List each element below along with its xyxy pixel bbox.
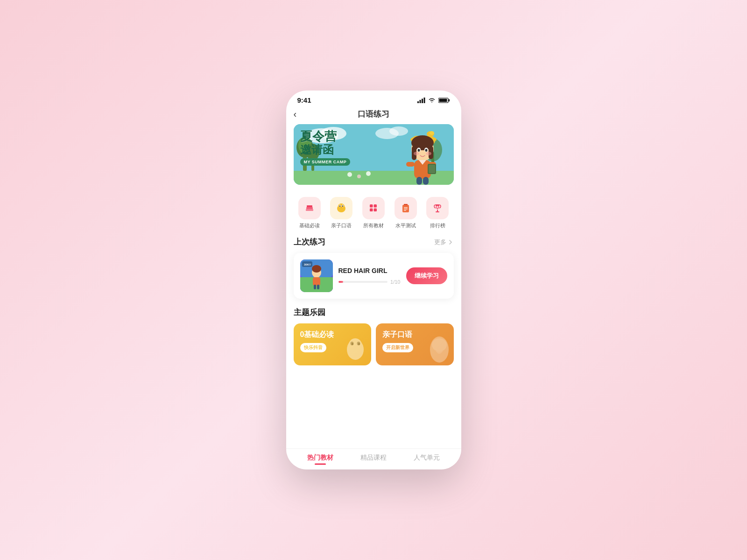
svg-rect-2 [422,98,423,103]
theme-cards: 0基础必读 快乐抖音 亲子口语 开启新世界 [294,323,454,365]
continue-button[interactable]: 继续学习 [406,267,447,284]
svg-text:30K!!: 30K!! [304,263,311,266]
svg-rect-44 [306,209,313,211]
svg-rect-38 [406,162,415,167]
level-test-icon [395,197,417,219]
theme-card-decoration-2 [425,333,451,364]
scroll-content: 夏令营 邀请函 MY SUMMER CAMP [286,124,461,448]
svg-point-51 [339,205,340,207]
progress-row: 1/10 [338,279,401,285]
battery-icon [438,98,450,103]
tab-hot-materials[interactable]: 热门教材 [294,454,347,463]
clipboard-icon [399,202,412,215]
theme-card-basic-btn[interactable]: 快乐抖音 [300,343,326,352]
parent-oral-icon [330,197,352,219]
banner-girl-illustration [393,126,449,185]
more-button[interactable]: 更多 [434,238,454,246]
practice-info: RED HAIR GIRL 1/10 [338,267,401,285]
theme-park-title: 主题乐园 [294,307,325,318]
svg-rect-64 [436,211,439,212]
book-title: RED HAIR GIRL [338,267,401,274]
theme-card-parent-oral[interactable]: 亲子口语 开启新世界 [376,323,454,365]
svg-rect-72 [313,277,320,286]
progress-bar-bg [338,281,388,283]
theme-card-parent-btn[interactable]: 开启新世界 [382,343,413,352]
theme-park-section: 主题乐园 0基础必读 快乐抖音 [294,307,454,365]
rankings-label: 排行榜 [430,222,445,229]
svg-rect-73 [314,285,316,289]
basic-reading-icon [298,197,321,219]
practice-bottom: RED HAIR GIRL 1/10 [338,267,401,285]
svg-rect-63 [437,210,438,211]
svg-rect-53 [370,204,373,208]
signal-icon [417,98,425,103]
trophy-icon [431,202,444,215]
parent-oral-label: 亲子口语 [331,222,352,229]
svg-point-36 [426,152,431,155]
svg-point-21 [357,175,361,178]
back-button[interactable]: ‹ [294,109,297,119]
all-materials-icon [362,197,385,219]
tab-popular-units[interactable]: 人气单元 [400,454,453,463]
section-header-practice: 上次练习 更多 [294,237,454,247]
icon-item-rankings[interactable]: 排行榜 [426,197,449,229]
last-practice-section: 上次练习 更多 [294,237,454,299]
grid-icon [367,202,380,215]
basic-reading-label: 基础必读 [299,222,320,229]
svg-point-22 [366,171,371,176]
icon-item-all-materials[interactable]: 所有教材 [362,197,385,229]
svg-point-84 [432,338,447,351]
svg-rect-6 [439,98,447,102]
svg-rect-54 [374,204,377,208]
practice-card: 30K!! RED HAIR GIRL 1/10 继续学习 [294,253,454,299]
progress-bar-fill [338,281,344,283]
page-title: 口语练习 [358,109,389,119]
svg-point-48 [338,203,345,209]
icon-item-basic-reading[interactable]: 基础必读 [298,197,321,229]
icon-item-parent-oral[interactable]: 亲子口语 [330,197,352,229]
svg-point-71 [312,265,321,273]
svg-rect-3 [423,98,425,103]
svg-rect-41 [429,165,435,173]
banner: 夏令营 邀请函 MY SUMMER CAMP [294,124,454,185]
chick-icon [335,202,348,215]
status-icons [417,98,450,103]
wifi-icon [428,98,436,103]
svg-point-20 [347,172,352,177]
svg-rect-0 [417,101,419,103]
svg-point-33 [417,149,420,152]
phone-frame: 9:41 ‹ 口语练习 [286,91,461,469]
svg-rect-60 [404,207,408,208]
level-test-label: 水平测试 [395,222,416,229]
section-header-theme: 主题乐园 [294,307,454,318]
top-nav: ‹ 口语练习 [286,106,461,124]
svg-rect-59 [404,204,408,205]
svg-point-52 [342,205,343,207]
book-cover-illustration: 30K!! [300,259,333,292]
theme-card-basic[interactable]: 0基础必读 快乐抖音 [294,323,372,365]
icon-item-level-test[interactable]: 水平测试 [395,197,417,229]
layers-icon [303,202,316,215]
tab-premium-courses[interactable]: 精品课程 [347,454,400,463]
banner-badge: MY SUMMER CAMP [300,158,351,166]
svg-point-81 [352,343,353,345]
status-time: 9:41 [297,96,311,104]
svg-point-26 [430,131,434,135]
bottom-tabs: 热门教材 精品课程 人气单元 [286,448,461,469]
tab-active-indicator [315,463,326,465]
svg-rect-5 [448,99,450,101]
status-bar: 9:41 [286,91,461,106]
all-materials-label: 所有教材 [363,222,384,229]
svg-point-34 [425,149,427,152]
svg-rect-46 [307,205,312,207]
book-thumbnail: 30K!! [300,259,333,292]
rankings-icon [426,197,449,219]
svg-rect-56 [374,209,377,212]
progress-text: 1/10 [390,279,400,285]
svg-rect-61 [404,209,408,210]
svg-rect-55 [370,209,373,212]
svg-rect-42 [416,177,422,185]
svg-rect-62 [404,210,406,211]
svg-point-78 [349,338,362,351]
svg-rect-74 [317,285,319,289]
